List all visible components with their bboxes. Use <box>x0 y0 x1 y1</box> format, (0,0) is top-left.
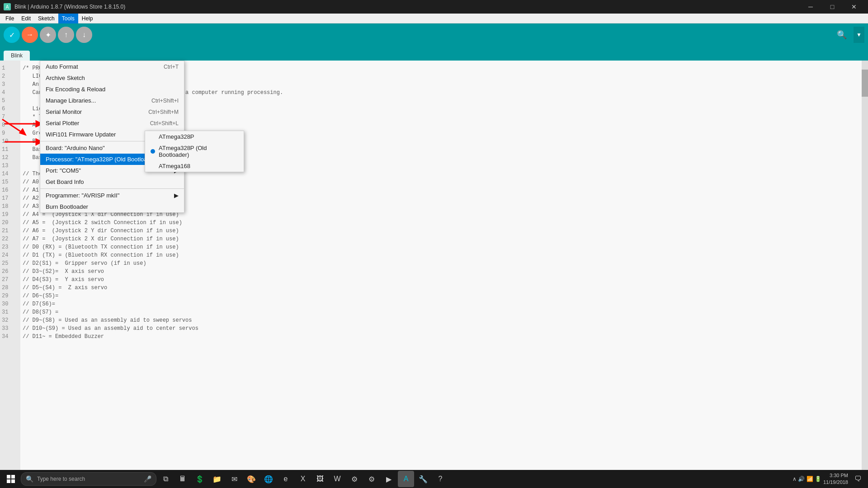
atmega168-radio-empty <box>151 164 155 169</box>
programmer-label: Programmer: "AVRISP mkII" <box>46 192 119 199</box>
atmega328p-old-label: ATmega328P (Old Bootloader) <box>159 145 238 158</box>
close-button[interactable]: ✕ <box>844 0 864 14</box>
get-board-info-label: Get Board Info <box>46 178 84 185</box>
menu-fix-encoding[interactable]: Fix Encoding & Reload <box>40 84 184 95</box>
search-icon: 🔍 <box>26 475 33 483</box>
new-button[interactable]: ✦ <box>40 27 56 43</box>
serial-monitor-label: Serial Monitor <box>46 108 82 115</box>
taskbar-right: ∧ 🔊 📶 🔋 3:30 PM 11/19/2018 🗨 <box>793 471 866 487</box>
menu-divider-2 <box>40 188 184 189</box>
menu-help[interactable]: Help <box>78 14 97 23</box>
manage-libraries-label: Manage Libraries... <box>46 97 96 104</box>
taskbar-faq[interactable]: ? <box>432 471 448 487</box>
auto-format-shortcut: Ctrl+T <box>164 64 179 70</box>
window-controls: ─ □ ✕ <box>800 0 864 14</box>
taskbar-files[interactable]: 💲 <box>192 471 208 487</box>
menu-burn-bootloader[interactable]: Burn Bootloader <box>40 201 184 212</box>
manage-libraries-shortcut: Ctrl+Shift+I <box>151 98 179 104</box>
taskbar-edge[interactable]: e <box>278 471 294 487</box>
search-placeholder: Type here to search <box>37 476 85 482</box>
svg-rect-7 <box>11 475 15 479</box>
menu-archive-sketch[interactable]: Archive Sketch <box>40 72 184 84</box>
taskbar: 🔍 Type here to search 🎤 ⧉ 🖩 💲 📁 ✉ 🎨 🌐 e … <box>0 470 868 488</box>
atmega168-label: ATmega168 <box>159 163 190 169</box>
verify-button[interactable]: ✓ <box>4 27 20 43</box>
taskbar-app1[interactable]: ⚙ <box>346 471 363 487</box>
search-button[interactable]: 🔍 <box>834 27 850 43</box>
taskbar-arduino[interactable]: A <box>398 471 414 487</box>
submenu-atmega328p[interactable]: ATmega328P <box>145 131 244 142</box>
menu-serial-plotter[interactable]: Serial Plotter Ctrl+Shift+L <box>40 117 184 129</box>
serial-plotter-label: Serial Plotter <box>46 120 79 127</box>
taskbar-app3[interactable]: ▶ <box>381 471 397 487</box>
menu-edit[interactable]: Edit <box>18 14 34 23</box>
svg-rect-9 <box>11 479 15 483</box>
scrollbar-thumb[interactable] <box>862 70 868 97</box>
archive-sketch-label: Archive Sketch <box>46 75 85 81</box>
mic-icon[interactable]: 🎤 <box>144 475 151 483</box>
svg-rect-8 <box>7 479 10 483</box>
dropdown-arrow[interactable]: ▼ <box>854 27 864 43</box>
taskbar-time: 3:30 PM <box>823 472 848 479</box>
taskbar-calc[interactable]: 🖩 <box>175 471 191 487</box>
atmega328p-label: ATmega328P <box>159 133 194 140</box>
taskbar-sys-icons: ∧ 🔊 📶 🔋 <box>793 476 821 482</box>
taskbar-task-view[interactable]: ⧉ <box>157 471 174 487</box>
svg-rect-6 <box>7 475 10 479</box>
taskbar-app4[interactable]: 🔧 <box>415 471 431 487</box>
line-numbers: 1234567891011121314151617181920212223242… <box>0 61 20 479</box>
burn-bootloader-label: Burn Bootloader <box>46 203 88 210</box>
taskbar-search[interactable]: 🔍 Type here to search 🎤 <box>21 472 156 486</box>
upload-button[interactable]: → <box>22 27 38 43</box>
serial-monitor-shortcut: Ctrl+Shift+M <box>148 109 179 115</box>
taskbar-date: 11/19/2018 <box>823 479 848 486</box>
save-button[interactable]: ↓ <box>76 27 92 43</box>
taskbar-photos[interactable]: 🖼 <box>312 471 328 487</box>
taskbar-color[interactable]: 🎨 <box>243 471 259 487</box>
programmer-arrow: ▶ <box>174 192 179 199</box>
fix-encoding-label: Fix Encoding & Reload <box>46 86 105 93</box>
menu-get-board-info[interactable]: Get Board Info <box>40 176 184 188</box>
menu-file[interactable]: File <box>2 14 18 23</box>
atmega328p-radio-empty <box>151 135 155 139</box>
menu-serial-monitor[interactable]: Serial Monitor Ctrl+Shift+M <box>40 106 184 117</box>
taskbar-mail[interactable]: ✉ <box>226 471 242 487</box>
wifi-updater-label: WiFi101 Firmware Updater <box>46 131 116 138</box>
taskbar-chrome[interactable]: 🌐 <box>260 471 277 487</box>
menu-programmer[interactable]: Programmer: "AVRISP mkII" ▶ <box>40 190 184 201</box>
maximize-button[interactable]: □ <box>822 0 843 14</box>
menu-manage-libraries[interactable]: Manage Libraries... Ctrl+Shift+I <box>40 95 184 106</box>
menu-sketch[interactable]: Sketch <box>34 14 58 23</box>
title-bar: A Blink | Arduino 1.8.7 (Windows Store 1… <box>0 0 868 14</box>
taskbar-clock[interactable]: 3:30 PM 11/19/2018 <box>823 472 848 486</box>
serial-plotter-shortcut: Ctrl+Shift+L <box>150 120 179 127</box>
board-label: Board: "Arduino Nano" <box>46 145 105 151</box>
auto-format-label: Auto Format <box>46 63 78 70</box>
open-button[interactable]: ↑ <box>58 27 74 43</box>
taskbar-app2[interactable]: ⚙ <box>363 471 380 487</box>
app-icon: A <box>4 3 11 10</box>
main-container: ✓ → ✦ ↑ ↓ 🔍 ▼ Blink 12345678910111213141… <box>0 23 868 488</box>
atmega328p-old-radio-dot <box>151 149 155 154</box>
taskbar-excel[interactable]: X <box>295 471 311 487</box>
window-title: Blink | Arduino 1.8.7 (Windows Store 1.8… <box>14 4 125 10</box>
toolbar: ✓ → ✦ ↑ ↓ 🔍 ▼ <box>0 23 868 46</box>
taskbar-notification[interactable]: 🗨 <box>850 471 866 487</box>
taskbar-explorer[interactable]: 📁 <box>209 471 225 487</box>
editor-area: 1234567891011121314151617181920212223242… <box>0 61 868 488</box>
minimize-button[interactable]: ─ <box>800 0 821 14</box>
tab-blink[interactable]: Blink <box>4 51 30 61</box>
submenu-atmega168[interactable]: ATmega168 <box>145 160 244 172</box>
tabs: Blink <box>0 46 868 61</box>
menu-auto-format[interactable]: Auto Format Ctrl+T <box>40 61 184 72</box>
processor-label: Processor: "ATmega328P (Old Bootloader)" <box>46 156 160 163</box>
menu-tools[interactable]: Tools <box>58 14 78 23</box>
scrollbar[interactable] <box>862 61 868 479</box>
start-button[interactable] <box>2 470 20 488</box>
menu-bar: File Edit Sketch Tools Help <box>0 14 868 23</box>
submenu-atmega328p-old[interactable]: ATmega328P (Old Bootloader) <box>145 142 244 160</box>
port-label: Port: "COM5" <box>46 167 81 174</box>
processor-submenu: ATmega328P ATmega328P (Old Bootloader) A… <box>145 131 244 172</box>
taskbar-word[interactable]: W <box>329 471 345 487</box>
